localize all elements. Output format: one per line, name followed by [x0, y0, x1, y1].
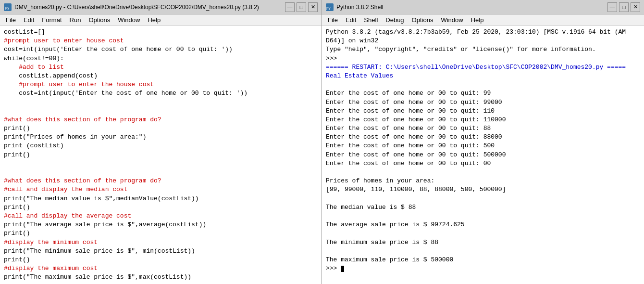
code-line: costList.append(cost) [4, 72, 318, 80]
shell-prices-list: [99, 99000, 110, 110000, 88, 88000, 500,… [326, 185, 640, 194]
svg-text:py: py [5, 5, 10, 10]
code-line: print() [4, 124, 318, 133]
editor-menu-run[interactable]: Run [66, 15, 85, 25]
code-line: print() [4, 229, 318, 238]
editor-menu-window[interactable]: Window [114, 15, 144, 25]
editor-window: py DMV_homes20.py - C:\Users\shell\OneDr… [0, 0, 322, 284]
editor-title-text: DMV_homes20.py - C:\Users\shell\OneDrive… [14, 4, 259, 11]
code-line: print("The minimum sale price is $", min… [4, 247, 318, 256]
shell-blank [326, 229, 640, 238]
editor-menu-format[interactable]: Format [38, 15, 65, 25]
editor-menu-options[interactable]: Options [85, 15, 114, 25]
editor-code-area[interactable]: costList=[] #prompt user to enter house … [0, 26, 322, 284]
shell-input-line: Enter the cost of one home or 00 to quit… [326, 151, 640, 159]
code-line: #call and display the average cost [4, 212, 318, 220]
code-line [4, 282, 318, 284]
shell-average-line: The average sale price is $ 99724.625 [326, 220, 640, 229]
shell-blank [326, 247, 640, 256]
shell-median-line: The median value is $ 88 [326, 203, 640, 212]
code-line: costList=[] [4, 28, 318, 37]
shell-maximize-button[interactable]: □ [619, 2, 629, 12]
editor-menu-bar: File Edit Format Run Options Window Help [0, 14, 322, 26]
shell-input-line: Enter the cost of one home or 00 to quit… [326, 98, 640, 107]
code-line: print("The maximum sale price is $",max(… [4, 273, 318, 282]
shell-input-line: Enter the cost of one home or 00 to quit… [326, 116, 640, 124]
shell-menu-debug[interactable]: Debug [382, 15, 408, 25]
shell-blank [326, 194, 640, 203]
shell-menu-help[interactable]: Help [467, 15, 488, 25]
shell-blank [326, 168, 640, 177]
editor-menu-help[interactable]: Help [144, 15, 164, 25]
shell-version-line: Python 3.8.2 (tags/v3.8.2:7b3ab59, Feb 2… [326, 28, 640, 37]
shell-menu-shell[interactable]: Shell [360, 15, 382, 25]
editor-menu-file[interactable]: File [2, 15, 20, 25]
code-line: cost=int(input('Enter the cost of one ho… [4, 89, 318, 98]
code-line: #what does this section of the program d… [4, 116, 318, 124]
editor-menu-edit[interactable]: Edit [20, 15, 38, 25]
python-file-icon: py [4, 3, 12, 11]
shell-prices-header: Prices of homes in your area: [326, 177, 640, 185]
shell-title-text: Python 3.8.2 Shell [336, 4, 383, 11]
editor-close-button[interactable]: ✕ [308, 2, 318, 12]
shell-input-line: Enter the cost of one home or 00 to quit… [326, 89, 640, 98]
shell-window: py Python 3.8.2 Shell — □ ✕ File Edit Sh… [322, 0, 644, 284]
editor-window-controls: — □ ✕ [285, 2, 318, 12]
code-line [4, 107, 318, 116]
shell-menu-file[interactable]: File [324, 15, 342, 25]
shell-close-button[interactable]: ✕ [631, 2, 640, 12]
shell-final-prompt[interactable]: >>> [326, 264, 640, 273]
code-line: print("The median value is $",medianValu… [4, 194, 318, 203]
code-line: #display the minimum cost [4, 238, 318, 247]
svg-text:py: py [326, 6, 330, 10]
code-line: print() [4, 256, 318, 264]
shell-input-line: Enter the cost of one home or 00 to quit… [326, 124, 640, 133]
code-line: print("The average sale price is $",aver… [4, 220, 318, 229]
shell-blank [326, 80, 640, 89]
shell-min-line: The minimum sale price is $ 88 [326, 238, 640, 247]
code-line: while(cost!=00): [4, 54, 318, 63]
shell-blank [326, 212, 640, 220]
shell-menu-window[interactable]: Window [437, 15, 467, 25]
code-line: #prompt user to enter house cost [4, 37, 318, 45]
code-line [4, 98, 318, 107]
shell-output-area[interactable]: Python 3.8.2 (tags/v3.8.2:7b3ab59, Feb 2… [322, 26, 644, 284]
code-line: print (costList) [4, 142, 318, 150]
code-line: #display the maximum cost [4, 264, 318, 273]
shell-menu-options[interactable]: Options [408, 15, 437, 25]
shell-restart-line: ====== RESTART: C:\Users\shell\OneDrive\… [326, 63, 640, 72]
shell-max-line: The maximum sale price is $ 500000 [326, 256, 640, 264]
code-line: print() [4, 151, 318, 159]
code-line: #call and display the median cost [4, 185, 318, 194]
code-line: cost=int(input('Enter the cost of one ho… [4, 45, 318, 54]
code-line [4, 168, 318, 177]
shell-input-line: Enter the cost of one home or 00 to quit… [326, 142, 640, 150]
shell-minimize-button[interactable]: — [607, 2, 617, 12]
shell-help-line: Type "help", "copyright", "credits" or "… [326, 45, 640, 54]
code-line [4, 159, 318, 168]
shell-title: Real Estate Values [326, 72, 640, 80]
code-line: #add to list [4, 63, 318, 72]
editor-title-bar: py DMV_homes20.py - C:\Users\shell\OneDr… [0, 0, 322, 14]
shell-menu-edit[interactable]: Edit [342, 15, 360, 25]
shell-initial-prompt: >>> [326, 54, 640, 63]
shell-input-line: Enter the cost of one home or 00 to quit… [326, 133, 640, 142]
shell-menu-bar: File Edit Shell Debug Options Window Hel… [322, 14, 644, 26]
code-line: #what does this section of the program d… [4, 177, 318, 185]
code-line: print() [4, 203, 318, 212]
code-line: print("Prices of homes in your area:") [4, 133, 318, 142]
shell-input-line: Enter the cost of one home or 00 to quit… [326, 107, 640, 116]
shell-window-controls: — □ ✕ [607, 2, 640, 12]
python-shell-icon: py [326, 3, 334, 11]
code-line: #prompt user to enter the house cost [4, 80, 318, 89]
editor-minimize-button[interactable]: — [285, 2, 295, 12]
editor-maximize-button[interactable]: □ [297, 2, 306, 12]
shell-input-line: Enter the cost of one home or 00 to quit… [326, 159, 640, 168]
shell-version-line2: D64)] on win32 [326, 37, 640, 45]
shell-title-bar: py Python 3.8.2 Shell — □ ✕ [322, 0, 644, 14]
